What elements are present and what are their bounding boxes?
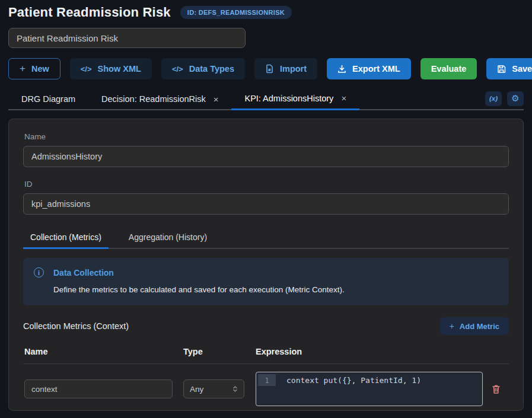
add-metric-label: Add Metric [460,322,499,331]
column-header-actions [483,347,509,356]
kpi-subtabs: Collection (Metrics) Aggregation (Histor… [23,227,509,249]
add-metric-button[interactable]: + Add Metric [440,317,509,335]
page-title: Patient Readmission Risk [8,5,171,20]
tab-decision-readmissionrisk[interactable]: Decision: ReadmissionRisk × [88,88,231,110]
export-xml-label: Export XML [352,64,400,74]
save-label: Save [512,64,532,74]
metric-name-input[interactable] [24,379,173,398]
import-button[interactable]: Import [254,58,317,79]
settings-button[interactable]: ⚙ [507,91,524,106]
kpi-id-input[interactable] [23,193,509,215]
plus-icon: + [450,321,454,331]
column-header-type: Type [183,347,256,356]
metrics-section-label: Collection Metrics (Context) [23,321,129,331]
plus-icon: + [20,63,26,75]
info-icon: i [34,267,44,277]
app-root: Patient Readmission Risk ID: DEFS_READMI… [0,0,532,411]
trash-icon [492,384,501,394]
close-icon[interactable]: × [214,95,219,104]
evaluate-label: Evaluate [431,64,467,74]
save-icon [497,65,506,74]
show-xml-button[interactable]: </> Show XML [70,58,152,79]
metrics-table: Name Type Expression Any [23,344,509,406]
subtab-collection-metrics[interactable]: Collection (Metrics) [23,227,109,249]
tab-label: KPI: AdmissionsHistory [244,94,333,103]
tab-drg-diagram[interactable]: DRG Diagram [8,88,88,110]
editor-gutter: 1 [256,372,278,406]
editor-tab-bar: DRG Diagram Decision: ReadmissionRisk × … [8,88,524,110]
info-description: Define the metrics to be calculated and … [53,285,498,294]
evaluate-button[interactable]: Evaluate [420,58,477,79]
save-button[interactable]: Save [486,58,532,79]
metric-row: Any 1 context put({}, PatientId, 1) [23,364,509,406]
import-label: Import [280,64,307,74]
info-title: Data Collection [53,268,114,277]
data-collection-info-box: i Data Collection Define the metrics to … [23,258,509,305]
metrics-section-header: Collection Metrics (Context) + Add Metri… [23,317,509,335]
new-button[interactable]: + New [8,58,60,79]
new-button-label: New [31,64,49,74]
column-header-name: Name [24,347,183,356]
data-types-label: Data Types [189,64,234,74]
subtab-label: Aggregation (History) [129,232,207,242]
download-icon [337,65,346,74]
delete-metric-button[interactable] [492,384,501,394]
fx-icon: (x) [489,95,498,102]
page-header: Patient Readmission Risk ID: DEFS_READMI… [8,5,524,20]
tab-kpi-admissionshistory[interactable]: KPI: AdmissionsHistory × [231,88,359,110]
show-xml-label: Show XML [98,64,141,74]
close-icon[interactable]: × [341,94,346,103]
subtab-aggregation-history[interactable]: Aggregation (History) [122,227,214,249]
kpi-editor-panel: Name ID Collection (Metrics) Aggregation… [8,119,524,411]
line-number: 1 [258,374,276,386]
select-stepper-icon [232,385,238,393]
subtab-label: Collection (Metrics) [30,232,101,242]
data-types-button[interactable]: </> Data Types [161,58,245,79]
toolbar: + New </> Show XML </> Data Types Import [8,58,524,79]
metric-expression-editor[interactable]: 1 context put({}, PatientId, 1) [256,372,483,406]
model-name-input[interactable] [8,28,246,48]
code-icon: </> [81,65,92,74]
metric-type-value: Any [190,385,203,394]
tab-label: DRG Diagram [21,94,75,104]
expression-code[interactable]: context put({}, PatientId, 1) [278,372,421,406]
definitions-id-badge: ID: DEFS_READMISSIONRISK [180,6,292,19]
tab-label: Decision: ReadmissionRisk [101,94,206,104]
id-field-label: ID [24,180,509,189]
column-header-expression: Expression [256,347,483,356]
metrics-table-header: Name Type Expression [23,344,509,364]
name-field-label: Name [24,132,509,141]
file-import-icon [265,64,274,74]
kpi-name-input[interactable] [23,146,509,167]
tab-bar-spacer [359,88,480,109]
feel-functions-button[interactable]: (x) [485,91,502,106]
metric-type-select[interactable]: Any [183,379,244,398]
gear-icon: ⚙ [511,93,519,104]
code-icon: </> [172,65,183,74]
export-xml-button[interactable]: Export XML [327,58,411,79]
